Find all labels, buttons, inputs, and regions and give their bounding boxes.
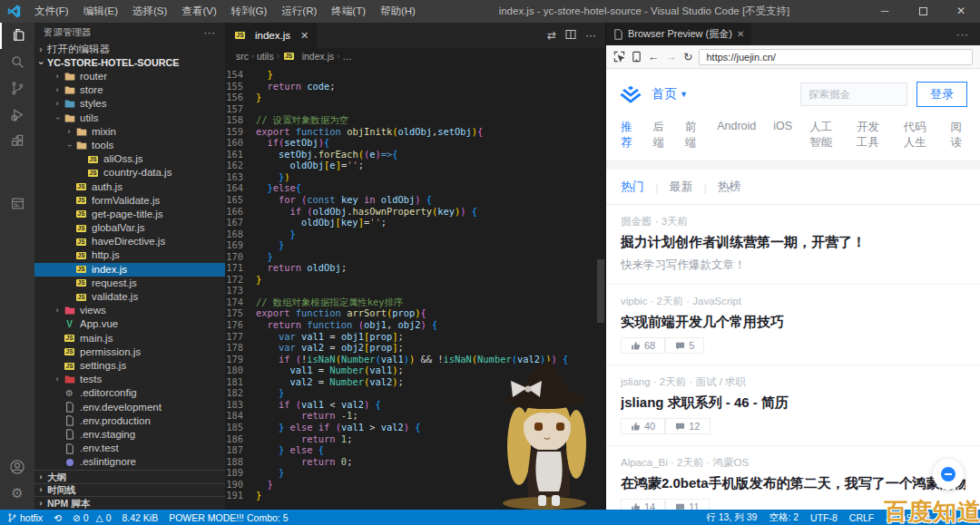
breadcrumb-item-0[interactable]: src <box>236 51 249 62</box>
run-debug-icon[interactable] <box>0 102 34 128</box>
breadcrumb[interactable]: src›utils›JSindex.js›… <box>225 48 605 64</box>
tree-item-auth-js[interactable]: JSauth.js <box>34 180 225 194</box>
explorer-icon[interactable] <box>0 23 34 49</box>
juejin-nav-6[interactable]: 开发工具 <box>857 120 887 151</box>
problems-indicator[interactable]: ⊘0 △0 <box>73 512 112 523</box>
git-branch-indicator[interactable]: hotfix <box>7 512 43 523</box>
tree-item-http-js[interactable]: JShttp.js <box>34 248 225 262</box>
panel-more-actions-icon[interactable]: ··· <box>956 23 980 45</box>
account-icon[interactable] <box>0 453 34 480</box>
tree-item--env-production[interactable]: .env.production <box>34 414 225 428</box>
search-icon[interactable] <box>0 49 34 75</box>
open-editors-section[interactable]: › 打开的编辑器 <box>34 43 225 56</box>
source-control-icon[interactable] <box>0 75 34 102</box>
juejin-nav-5[interactable]: 人工智能 <box>809 120 839 151</box>
tree-item-App-vue[interactable]: VApp.vue <box>34 317 225 331</box>
back-icon[interactable]: ← <box>648 51 660 63</box>
comment-button[interactable]: 5 <box>665 337 704 354</box>
feed-item-title[interactable]: 在鸿蒙2.0beta手机版发布的第二天，我写了一个鸿蒙的物联网应用手机APP <box>621 475 965 492</box>
refresh-icon[interactable]: ↻ <box>683 50 692 63</box>
juejin-feed-tab-1[interactable]: 最新 <box>658 179 703 195</box>
like-button[interactable]: 14 <box>621 499 665 510</box>
minimize-button[interactable]: ─ <box>866 0 904 24</box>
split-editor-icon[interactable] <box>565 29 576 43</box>
tree-item-views[interactable]: ›views <box>34 304 225 317</box>
juejin-home-menu[interactable]: 首页 ▼ <box>652 86 688 102</box>
menu-item-0[interactable]: 文件(F) <box>27 5 76 18</box>
tree-item-main-js[interactable]: JSmain.js <box>34 332 225 345</box>
tab-browser-preview[interactable]: Browser Preview (掘金) ✕ <box>606 23 751 45</box>
power-mode-indicator[interactable]: POWER MODE!!! Combo: 5 <box>169 512 288 523</box>
sync-indicator[interactable]: ⟲ <box>54 512 62 523</box>
comment-button[interactable]: 11 <box>665 499 709 510</box>
tree-item--env-staging[interactable]: .env.staging <box>34 428 225 442</box>
sidebar-section-1[interactable]: ›时间线 <box>34 483 225 497</box>
inspect-element-icon[interactable] <box>613 51 625 63</box>
encoding-indicator[interactable]: UTF-8 <box>810 512 838 523</box>
tab-indexjs[interactable]: JS index.js ✕ <box>225 23 318 48</box>
explorer-more-actions-icon[interactable]: ··· <box>204 27 217 38</box>
chat-fab-button[interactable] <box>933 459 964 490</box>
sidebar-section-2[interactable]: ›NPM 脚本 <box>34 496 225 510</box>
juejin-nav-4[interactable]: iOS <box>773 120 792 151</box>
feed-item-title[interactable]: 实现前端开发几个常用技巧 <box>621 314 965 331</box>
tree-item--env-development[interactable]: .env.development <box>34 401 225 414</box>
menu-item-3[interactable]: 查看(V) <box>174 5 223 18</box>
juejin-nav-8[interactable]: 阅读 <box>951 120 965 151</box>
menu-item-7[interactable]: 帮助(H) <box>373 5 423 18</box>
tree-item-get-page-title-js[interactable]: JSget-page-title.js <box>34 208 225 221</box>
file-size-indicator[interactable]: 8.42 KiB <box>122 512 159 523</box>
juejin-login-button[interactable]: 登录 <box>916 82 967 107</box>
tree-item-request-js[interactable]: JSrequest.js <box>34 277 225 290</box>
tree-item-formValidate-js[interactable]: JSformValidate.js <box>34 194 225 208</box>
menu-item-4[interactable]: 转到(G) <box>224 5 275 18</box>
close-button[interactable]: ✕ <box>942 0 980 24</box>
tree-item-country-data-js[interactable]: JScountry-data.js <box>34 166 225 180</box>
cursor-position-indicator[interactable]: 行 13, 列 39 <box>706 511 757 524</box>
juejin-nav-1[interactable]: 后端 <box>652 120 667 151</box>
close-tab-icon[interactable]: ✕ <box>300 30 309 42</box>
tree-item-mixin[interactable]: ›mixin <box>34 125 225 139</box>
editor-scrollbar[interactable] <box>596 64 605 510</box>
menu-item-1[interactable]: 编辑(E) <box>76 5 125 18</box>
comment-button[interactable]: 12 <box>665 418 710 434</box>
forward-icon[interactable]: → <box>666 51 678 63</box>
tree-item-permission-js[interactable]: JSpermission.js <box>34 345 225 359</box>
tree-item-store[interactable]: ›store <box>34 83 225 97</box>
maximize-button[interactable] <box>904 0 942 24</box>
breadcrumb-item-1[interactable]: utils <box>257 51 274 62</box>
open-changes-icon[interactable]: ⇄ <box>547 29 556 42</box>
feed-item-title[interactable]: 掘力计划创作者训练营第一期，开营了！ <box>621 234 965 251</box>
report-panel-icon[interactable] <box>0 190 34 217</box>
url-input[interactable] <box>699 49 973 65</box>
settings-gear-icon[interactable]: ⚙ <box>0 480 34 506</box>
menu-item-6[interactable]: 终端(T) <box>324 5 373 18</box>
tree-item-router[interactable]: ›router <box>34 70 225 83</box>
breadcrumb-item-2[interactable]: index.js <box>302 51 335 62</box>
close-tab-icon[interactable]: ✕ <box>737 29 744 39</box>
tree-item-tools[interactable]: ›tools <box>34 139 225 152</box>
breadcrumb-item-3[interactable]: … <box>342 51 352 62</box>
feed-item-title[interactable]: jsliang 求职系列 - 46 - 简历 <box>621 394 965 412</box>
more-actions-icon[interactable]: ··· <box>585 29 596 42</box>
like-button[interactable]: 40 <box>621 418 665 434</box>
project-root-folder[interactable]: › YC-STORE-HOTEL-SOURCE <box>34 56 225 70</box>
device-toggle-icon[interactable] <box>632 51 642 63</box>
tree-item--editorconfig[interactable]: ⚙.editorconfig <box>34 386 225 400</box>
extensions-icon[interactable] <box>0 128 34 154</box>
menu-item-5[interactable]: 运行(R) <box>274 5 324 18</box>
indentation-indicator[interactable]: 空格: 2 <box>769 511 799 524</box>
menu-item-2[interactable]: 选择(S) <box>125 5 174 18</box>
tree-item-validate-js[interactable]: JSvalidate.js <box>34 290 225 304</box>
code-editor[interactable]: 154 }155 return code;156}157158// 设置对象数据… <box>225 64 605 510</box>
juejin-nav-0[interactable]: 推荐 <box>621 120 635 151</box>
feed-item-2[interactable]: jsliang · 2天前 · 面试 / 求职jsliang 求职系列 - 46… <box>606 365 980 446</box>
juejin-search-input[interactable] <box>800 83 907 106</box>
juejin-feed-tab-2[interactable]: 热榜 <box>707 179 752 195</box>
sidebar-section-0[interactable]: ›大纲 <box>34 470 225 483</box>
like-button[interactable]: 68 <box>621 337 665 354</box>
tree-item-tests[interactable]: ›tests <box>34 373 225 386</box>
tree-item-haveDirective-js[interactable]: JShaveDirective.js <box>34 235 225 248</box>
tree-item-styles[interactable]: ›styles <box>34 97 225 111</box>
juejin-nav-7[interactable]: 代码人生 <box>904 120 934 151</box>
